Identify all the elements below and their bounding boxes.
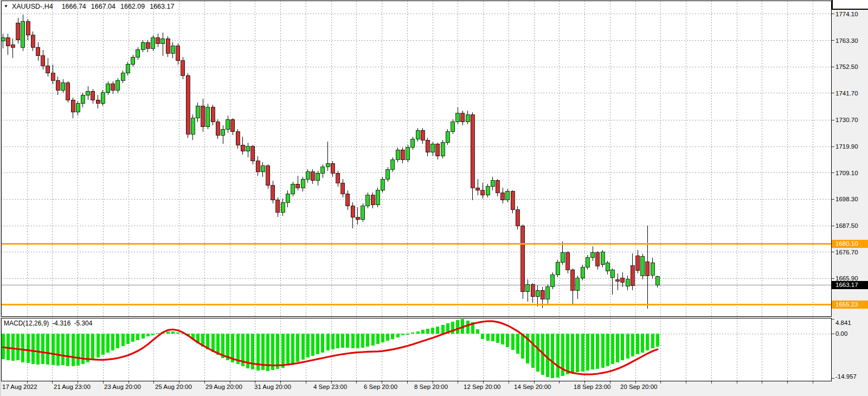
candle-bull (81, 95, 85, 104)
candle-bear (541, 290, 544, 299)
candle-bull (246, 146, 250, 151)
candle-bear (646, 262, 650, 276)
candle-bull (536, 290, 539, 296)
candle-bear (241, 145, 245, 151)
macd-histogram-bar (621, 334, 624, 360)
macd-histogram-bar (142, 334, 145, 338)
macd-histogram-bar (521, 334, 524, 359)
candle-bear (96, 100, 100, 104)
candle-bull (261, 166, 265, 172)
macd-histogram-bar (296, 334, 299, 362)
time-axis-label: 25 Aug 20:00 (155, 383, 192, 391)
macd-histogram-bar (491, 334, 494, 341)
macd-histogram-bar (2, 334, 5, 359)
price-chart-canvas[interactable] (0, 0, 868, 396)
candle-bear (71, 100, 75, 112)
candle-bear (531, 284, 535, 297)
macd-histogram-bar (556, 334, 560, 378)
level-price-marker: 1655.23 (832, 301, 868, 309)
candle-bull (321, 167, 325, 173)
macd-histogram-bar (146, 334, 150, 336)
candle-bear (461, 113, 465, 122)
price-tick-label: 1687.50 (835, 222, 858, 229)
candle-bull (381, 179, 384, 190)
macd-histogram-bar (596, 334, 599, 369)
price-tick-label: 1676.70 (835, 248, 858, 256)
candle-bull (281, 202, 285, 212)
candle-bear (111, 84, 115, 90)
macd-histogram-bar (391, 334, 394, 339)
macd-histogram-bar (351, 334, 355, 348)
candle-bear (91, 91, 95, 100)
price-tick-label: 1741.70 (835, 90, 858, 97)
time-axis-label: 4 Sep 23:00 (313, 383, 347, 391)
macd-histogram-bar (291, 334, 294, 363)
macd-histogram-bar (606, 334, 609, 366)
candle-bear (186, 75, 190, 134)
macd-histogram-bar (576, 334, 579, 372)
candle-bull (526, 284, 530, 292)
macd-histogram-bar (496, 334, 499, 343)
macd-histogram-bar (481, 334, 484, 339)
candle-bear (16, 23, 20, 40)
candle-bear (351, 206, 355, 217)
candle-bear (156, 37, 160, 43)
candle-bull (206, 107, 210, 127)
candle-bear (596, 253, 600, 266)
candle-bull (486, 187, 490, 195)
candle-bull (411, 139, 415, 148)
macd-histogram-bar (97, 334, 100, 357)
candle-bull (116, 80, 120, 90)
price-tick-label: 1752.50 (835, 63, 858, 71)
macd-histogram-bar (551, 334, 554, 378)
macd-histogram-bar (56, 334, 60, 366)
candle-bull (431, 144, 435, 152)
candle-bull (626, 279, 629, 286)
candle-bull (376, 190, 380, 205)
macd-histogram-bar (171, 331, 175, 334)
macd-histogram-bar (316, 334, 319, 354)
candle-bear (336, 173, 340, 183)
candle-bear (296, 184, 300, 188)
candle-bull (361, 206, 365, 220)
candle-bear (36, 47, 40, 56)
candle-bear (481, 190, 485, 195)
macd-histogram-bar (36, 334, 40, 365)
macd-histogram-bar (436, 327, 439, 334)
candle-bull (396, 150, 400, 159)
macd-histogram-bar (376, 334, 380, 344)
time-axis-label: 29 Aug 20:00 (205, 383, 242, 391)
macd-histogram-bar (7, 334, 10, 360)
candle-bear (256, 161, 260, 172)
candle-bear (251, 146, 255, 161)
candle-bear (236, 132, 240, 145)
macd-histogram-bar (646, 334, 649, 350)
candle-bear (166, 39, 170, 53)
candle-bull (551, 274, 555, 287)
macd-histogram-bar (411, 333, 414, 334)
candle-bear (356, 217, 359, 220)
candle-bear (421, 130, 425, 140)
candle-bull (151, 37, 155, 48)
candle-bear (631, 266, 634, 286)
high-value: 1667.04 (91, 3, 115, 10)
candle-bear (621, 278, 625, 282)
macd-name: MACD(12,26,9) (4, 320, 49, 327)
time-axis-label: 20 Sep 20:00 (620, 383, 657, 391)
candle-bear (176, 46, 180, 61)
candle-bear (426, 140, 429, 152)
candle-bull (456, 113, 460, 122)
macd-histogram-bar (61, 334, 65, 365)
macd-histogram-bar (386, 334, 389, 341)
macd-histogram-bar (331, 334, 335, 349)
macd-histogram-bar (341, 334, 344, 348)
candle-bull (591, 253, 595, 258)
candle-bear (6, 37, 10, 46)
candle-bull (576, 278, 580, 291)
window-left-edge (0, 0, 1, 396)
candle-bull (291, 184, 295, 194)
one-click-trading-toggle-icon[interactable]: ▼ (4, 4, 8, 9)
candle-bull (306, 172, 310, 180)
chart-window[interactable]: ▼XAUUSD-,H41666.741667.041662.091663.17 … (0, 0, 868, 396)
symbol-timeframe-label: XAUUSD-,H4 (12, 3, 53, 10)
